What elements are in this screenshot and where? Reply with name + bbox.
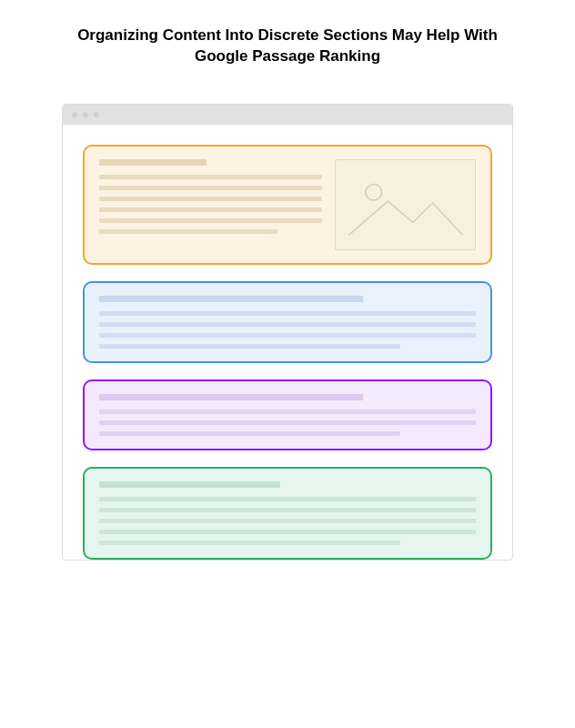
svg-point-0 xyxy=(366,184,382,200)
window-dot-icon xyxy=(83,112,88,117)
window-dot-icon xyxy=(72,112,77,117)
section-text xyxy=(99,159,322,234)
content-section-blue xyxy=(83,281,492,363)
section-text xyxy=(99,394,476,436)
section-text xyxy=(99,481,476,545)
content-section-orange xyxy=(83,145,492,265)
browser-viewport xyxy=(63,125,512,560)
content-section-green xyxy=(83,467,492,560)
section-text xyxy=(99,296,476,349)
page-title: Organizing Content Into Discrete Section… xyxy=(51,25,524,67)
content-section-purple xyxy=(83,379,492,450)
window-dot-icon xyxy=(94,112,99,117)
browser-titlebar xyxy=(63,105,512,125)
browser-mockup xyxy=(62,104,513,561)
image-placeholder-icon xyxy=(335,159,476,250)
